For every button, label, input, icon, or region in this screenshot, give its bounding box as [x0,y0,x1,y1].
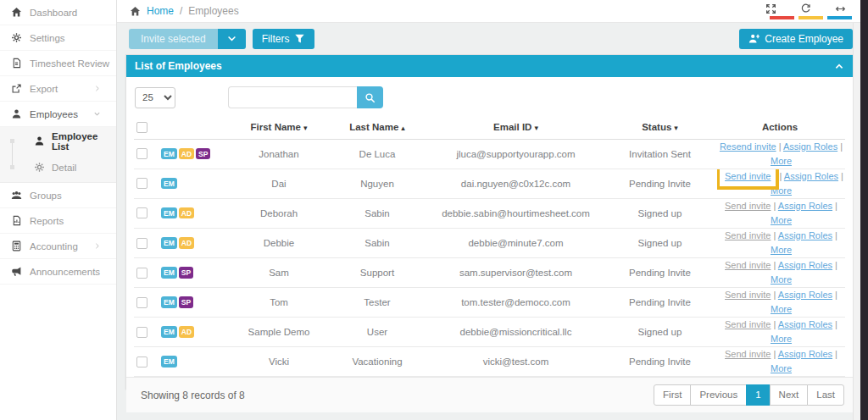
action-link-assign-roles[interactable]: Assign Roles [783,141,837,152]
email-cell: debbie.sabin@hourtimesheet.com [429,198,603,228]
action-link-send-invite[interactable]: Send invite [725,319,771,329]
action-separator: | [837,141,843,152]
action-link-send-invite[interactable]: Send invite [725,260,771,270]
row-checkbox[interactable] [136,297,147,308]
sidebar-item-accounting[interactable]: Accounting [0,234,116,259]
action-link-send-invite[interactable]: Send invite [725,171,771,181]
action-link-more[interactable]: More [771,245,792,255]
action-link-assign-roles[interactable]: Assign Roles [778,260,832,270]
sidebar-item-settings[interactable]: Settings [0,25,116,51]
sidebar-item-label: Employees [30,109,93,119]
role-badge-em: EM [161,356,177,368]
action-link-assign-roles[interactable]: Assign Roles [778,349,832,359]
sidebar-item-groups[interactable]: Groups [0,183,116,208]
page-button-first[interactable]: First [654,384,691,406]
email-cell: tom.tester@democo.com [429,287,603,317]
search-button[interactable] [357,86,383,108]
role-badge-em: EM [161,148,177,160]
role-badges-cell: EM [159,347,232,377]
sidebar-item-export[interactable]: Export [0,76,116,102]
column-header-last_name[interactable]: Last Name▴ [326,116,429,139]
action-separator: | [832,230,837,240]
row-checkbox[interactable] [136,268,147,279]
action-separator: | [771,230,777,240]
role-badge-em: EM [161,207,177,219]
page-button-last[interactable]: Last [807,384,844,406]
sidebar-item-dashboard[interactable]: Dashboard [0,0,116,25]
actions-cell: Send invite | Assign Roles | More [717,169,845,198]
page-button-1[interactable]: 1 [746,384,770,406]
expand-icon[interactable] [765,3,776,14]
select-all-checkbox[interactable] [136,122,147,133]
sidebar-item-announcements[interactable]: Announcements [0,259,116,285]
first-name-cell: Deborah [232,198,326,228]
column-header-actions[interactable]: Actions [717,116,845,139]
refresh-icon[interactable] [800,3,811,14]
home-icon [129,6,141,17]
action-link-send-invite[interactable]: Send invite [725,349,771,359]
action-separator: | [771,349,777,359]
action-separator: | [771,290,777,300]
sidebar-item-employees[interactable]: Employees [0,102,116,127]
last-name-cell: Nguyen [326,169,429,198]
search-input[interactable] [228,86,357,108]
sidebar-subitem-employee-list[interactable]: Employee List [0,128,116,154]
sidebar-item-reports[interactable]: Reports [0,208,116,234]
tab-color-bars [770,16,852,19]
action-separator: | [771,319,777,329]
action-link-send-invite[interactable]: Send invite [725,290,771,300]
row-checkbox-cell [134,318,159,347]
sidebar-item-label: Reports [30,216,108,226]
column-header-status[interactable]: Status▾ [603,116,717,139]
horizontal-resize-icon[interactable] [835,3,846,14]
page-size-select[interactable]: 25 [135,87,175,108]
action-link-more[interactable]: More [771,363,792,373]
sidebar-subitem-detail[interactable]: Detail [0,154,116,180]
role-badge-sp: SP [179,296,193,308]
email-cell: sam.supervisor@test.com [429,257,603,287]
action-link-assign-roles[interactable]: Assign Roles [778,230,832,240]
row-checkbox[interactable] [136,207,147,218]
action-link-assign-roles[interactable]: Assign Roles [778,290,832,300]
page-button-previous[interactable]: Previous [690,384,747,406]
pagination: FirstPrevious1NextLast [654,384,844,406]
filters-button[interactable]: Filters [253,29,315,49]
action-link-assign-roles[interactable]: Assign Roles [778,201,832,211]
action-link-more[interactable]: More [771,304,792,314]
email-cell: vicki@test.com [429,347,603,377]
row-checkbox[interactable] [136,238,147,249]
sidebar-item-label: Timesheet Review [30,58,109,69]
action-link-more[interactable]: More [771,334,792,344]
row-checkbox[interactable] [136,327,147,338]
column-header-first_name[interactable]: First Name▾ [232,116,326,139]
row-checkbox[interactable] [136,356,147,368]
column-header-email[interactable]: Email ID▾ [429,116,603,139]
role-badges-cell: EMADSP [159,139,232,169]
action-link-assign-roles[interactable]: Assign Roles [784,171,838,181]
last-name-cell: Sabin [326,228,429,257]
action-link-send-invite[interactable]: Send invite [725,230,771,240]
sidebar-item-label: Groups [30,191,108,201]
breadcrumb-home-link[interactable]: Home [147,5,174,17]
role-badge-ad: AD [179,326,194,338]
status-cell: Pending Invite [603,347,717,377]
page-button-next[interactable]: Next [770,384,809,406]
last-name-cell: User [326,318,429,347]
action-link-resend-invite[interactable]: Resend invite [720,141,776,152]
row-checkbox[interactable] [136,178,147,189]
action-link-more[interactable]: More [771,215,792,225]
collapse-chevron-up-icon[interactable] [834,61,844,72]
invite-selected-dropdown-toggle[interactable] [218,29,246,49]
gear-icon [10,32,22,43]
scrollbar-track[interactable] [853,23,860,420]
invite-selected-button[interactable]: Invite selected [129,29,218,49]
create-employee-button[interactable]: Create Employee [739,29,853,49]
action-link-more[interactable]: More [771,274,792,285]
action-separator: | [771,201,777,211]
sidebar-item-timesheet-review[interactable]: Timesheet Review [0,51,116,76]
action-link-more[interactable]: More [771,156,792,166]
action-link-assign-roles[interactable]: Assign Roles [778,319,832,329]
row-checkbox[interactable] [136,148,147,159]
first-name-cell: Debbie [232,228,326,257]
action-link-send-invite[interactable]: Send invite [725,201,771,211]
